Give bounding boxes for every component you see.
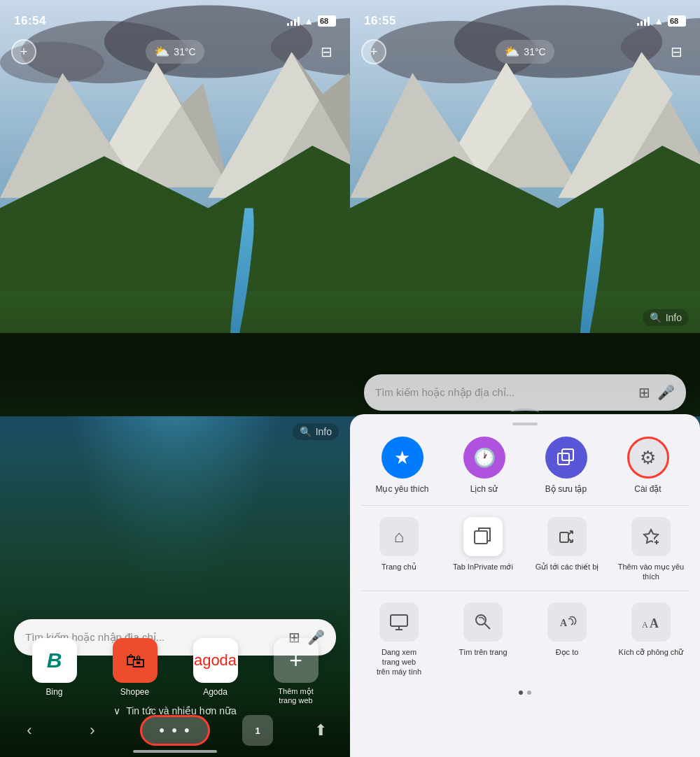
menu-top-row: ★ Mục yêu thích 🕐 Lịch sử Bộ sưu tập ⚙ C… (350, 437, 700, 505)
forward-icon: › (90, 721, 94, 740)
bottom-nav-left: ‹ › • • • 1 ⬆ (14, 715, 336, 746)
menu-divider-2 (361, 590, 689, 591)
weather-widget-left[interactable]: ⛅ 31°C (146, 40, 204, 64)
add-page-icon: + (274, 638, 318, 683)
filter-icon-left[interactable]: ⊟ (314, 39, 339, 64)
menu-item-collections[interactable]: Bộ sưu tập (525, 437, 607, 494)
menu-item-favorites[interactable]: ★ Mục yêu thích (361, 437, 443, 494)
temperature-left: 31°C (174, 46, 195, 57)
add-fav-label: Thêm vào mục yêu thích (613, 562, 689, 582)
menu-item-font-size[interactable]: A A Kích cỡ phông chữ (613, 602, 689, 677)
svg-text:A: A (560, 618, 568, 628)
top-widgets-left: + ⛅ 31°C ⊟ (0, 34, 350, 70)
dot-1 (519, 691, 523, 695)
send-svg (557, 527, 577, 546)
settings-label: Cài đặt (634, 484, 661, 494)
weather-cloud-icon: ⛅ (154, 44, 169, 59)
top-widgets-right: + ⛅ 31°C ⊟ (350, 34, 700, 70)
font-size-icon: A A (631, 602, 671, 642)
info-button-right[interactable]: 🔍 Info (643, 309, 689, 326)
collections-label: Bộ sưu tập (545, 484, 587, 494)
menu-drag-handle[interactable] (512, 423, 538, 425)
dot-2 (527, 691, 531, 695)
find-svg (473, 612, 493, 632)
svg-text:A: A (642, 620, 648, 630)
send-label: Gửi tới các thiết bị (536, 562, 599, 572)
collections-icon (545, 437, 587, 479)
back-button-left[interactable]: ‹ (14, 715, 45, 746)
svg-rect-35 (562, 449, 573, 460)
bing-logo: B (47, 649, 62, 672)
menu-button-left[interactable]: • • • (140, 715, 210, 746)
pagination-dots (350, 685, 700, 698)
add-fav-svg (641, 527, 661, 546)
avatar-add-right[interactable]: + (361, 39, 386, 64)
qr-icon-right[interactable]: ⊞ (638, 384, 650, 401)
history-icon: 🕐 (463, 437, 505, 479)
battery-left: 68 (318, 15, 336, 27)
find-icon (463, 602, 503, 642)
tabs-count: 1 (255, 726, 260, 736)
browser-menu-overlay: ★ Mục yêu thích 🕐 Lịch sử Bộ sưu tập ⚙ C… (350, 414, 700, 757)
find-label: Tìm trên trang (458, 647, 507, 657)
svg-text:A: A (650, 616, 659, 630)
status-icons-right: ▲ 68 (637, 15, 686, 27)
forward-button-left[interactable]: › (77, 715, 108, 746)
battery-right: 68 (668, 15, 686, 27)
menu-grid-row2: Dang xem trang web trên máy tính Tìm trê… (350, 602, 700, 686)
menu-item-home[interactable]: ⌂ Trang chủ (361, 517, 437, 582)
menu-item-add-fav[interactable]: Thêm vào mục yêu thích (613, 517, 689, 582)
bing-label: Bing (46, 687, 62, 697)
agoda-icon: agoda (193, 638, 238, 683)
quick-link-bing[interactable]: B Bing (32, 638, 77, 705)
send-icon (547, 517, 587, 556)
menu-item-read[interactable]: A Đọc to (529, 602, 605, 677)
shopee-label: Shopee (120, 687, 149, 697)
menu-item-inprivate[interactable]: Tab InPrivate mới (445, 517, 521, 582)
menu-item-find[interactable]: Tìm trên trang (445, 602, 521, 677)
inprivate-label: Tab InPrivate mới (453, 562, 513, 572)
filter-icon-right[interactable]: ⊟ (664, 39, 689, 64)
info-button-left[interactable]: 🔍 Info (293, 423, 339, 440)
menu-item-history[interactable]: 🕐 Lịch sử (443, 437, 525, 494)
right-phone-panel: 16:55 ▲ 68 + ⛅ 31°C ⊟ 🔍 Info Tìm kiếm ho… (350, 0, 700, 757)
home-icon: ⌂ (379, 517, 419, 556)
left-phone-panel: 16:54 ▲ 68 + ⛅ 31°C ⊟ 🔍 Info Tìm kiếm ho… (0, 0, 350, 757)
menu-dots-icon: • • • (159, 721, 190, 740)
menu-item-settings[interactable]: ⚙ Cài đặt (607, 437, 689, 494)
temperature-right: 31°C (524, 46, 545, 57)
svg-rect-41 (391, 615, 407, 626)
quick-link-agoda[interactable]: agoda Agoda (193, 638, 238, 705)
status-icons-left: ▲ 68 (287, 15, 336, 27)
history-label: Lịch sử (470, 484, 498, 494)
back-icon: ‹ (27, 721, 31, 740)
home-label: Trang chủ (382, 562, 416, 572)
signal-icon-right (637, 16, 650, 26)
info-label-right: Info (666, 312, 682, 323)
add-page-label: Thêm một trang web (278, 687, 313, 705)
inprivate-icon (463, 517, 503, 556)
avatar-add-left[interactable]: + (11, 39, 36, 64)
shopee-icon: 🛍 (113, 638, 158, 683)
desktop-icon (379, 602, 419, 642)
settings-icon: ⚙ (627, 437, 669, 479)
add-fav-icon (631, 517, 671, 556)
collections-svg (556, 448, 576, 467)
tabs-button-left[interactable]: 1 (242, 715, 273, 746)
desktop-label: Dang xem trang web trên máy tính (377, 647, 421, 677)
weather-cloud-icon-right: ⛅ (504, 44, 519, 59)
menu-item-desktop[interactable]: Dang xem trang web trên máy tính (361, 602, 437, 677)
wifi-icon: ▲ (304, 15, 314, 27)
menu-grid-row1: ⌂ Trang chủ Tab InPrivate mới (350, 517, 700, 590)
mic-icon-right[interactable]: 🎤 (657, 384, 675, 401)
menu-pull-handle[interactable] (511, 409, 539, 416)
desktop-svg (389, 612, 409, 632)
share-button-left[interactable]: ⬆ (305, 715, 336, 746)
weather-widget-right[interactable]: ⛅ 31°C (496, 40, 554, 64)
quick-link-add[interactable]: + Thêm một trang web (274, 638, 318, 705)
quick-link-shopee[interactable]: 🛍 Shopee (113, 638, 158, 705)
menu-item-send[interactable]: Gửi tới các thiết bị (529, 517, 605, 582)
svg-rect-34 (558, 453, 569, 465)
search-bar-right[interactable]: Tìm kiếm hoặc nhập địa chỉ... ⊞ 🎤 (364, 374, 686, 411)
font-size-label: Kích cỡ phông chữ (619, 647, 684, 657)
